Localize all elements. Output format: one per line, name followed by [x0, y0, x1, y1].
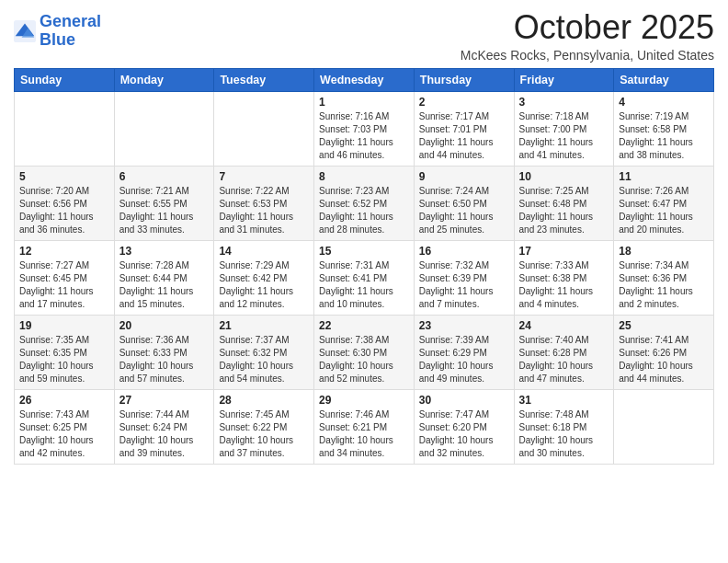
calendar-cell	[614, 389, 714, 464]
day-info: Sunrise: 7:44 AM Sunset: 6:24 PM Dayligh…	[119, 408, 210, 460]
day-info: Sunrise: 7:25 AM Sunset: 6:48 PM Dayligh…	[519, 185, 609, 236]
location: McKees Rocks, Pennsylvania, United State…	[461, 48, 714, 63]
calendar-cell	[114, 91, 214, 166]
header-sunday: Sunday	[15, 68, 115, 91]
day-number: 8	[319, 170, 409, 183]
calendar-header-row: SundayMondayTuesdayWednesdayThursdayFrid…	[15, 68, 714, 91]
title-block: October 2025 McKees Rocks, Pennsylvania,…	[461, 9, 714, 63]
calendar-cell: 16Sunrise: 7:32 AM Sunset: 6:39 PM Dayli…	[414, 240, 514, 315]
calendar-cell: 25Sunrise: 7:41 AM Sunset: 6:26 PM Dayli…	[614, 315, 714, 389]
calendar-cell: 11Sunrise: 7:26 AM Sunset: 6:47 PM Dayli…	[614, 166, 714, 240]
day-number: 21	[219, 319, 309, 332]
day-info: Sunrise: 7:43 AM Sunset: 6:25 PM Dayligh…	[19, 408, 109, 460]
day-info: Sunrise: 7:48 AM Sunset: 6:18 PM Dayligh…	[519, 408, 609, 460]
calendar-cell: 21Sunrise: 7:37 AM Sunset: 6:32 PM Dayli…	[214, 315, 314, 389]
calendar-cell: 17Sunrise: 7:33 AM Sunset: 6:38 PM Dayli…	[514, 240, 614, 315]
day-info: Sunrise: 7:24 AM Sunset: 6:50 PM Dayligh…	[419, 185, 509, 236]
day-info: Sunrise: 7:32 AM Sunset: 6:39 PM Dayligh…	[419, 259, 509, 311]
day-number: 4	[619, 96, 709, 109]
day-number: 22	[319, 319, 409, 332]
day-number: 3	[519, 96, 609, 109]
day-number: 25	[619, 319, 709, 332]
calendar-cell: 24Sunrise: 7:40 AM Sunset: 6:28 PM Dayli…	[514, 315, 614, 389]
day-number: 2	[419, 96, 509, 109]
calendar-cell: 30Sunrise: 7:47 AM Sunset: 6:20 PM Dayli…	[414, 389, 514, 464]
calendar-cell: 19Sunrise: 7:35 AM Sunset: 6:35 PM Dayli…	[15, 315, 115, 389]
day-number: 31	[519, 394, 609, 407]
calendar-cell: 18Sunrise: 7:34 AM Sunset: 6:36 PM Dayli…	[614, 240, 714, 315]
calendar-cell: 20Sunrise: 7:36 AM Sunset: 6:33 PM Dayli…	[114, 315, 214, 389]
calendar-cell: 3Sunrise: 7:18 AM Sunset: 7:00 PM Daylig…	[514, 91, 614, 166]
day-number: 13	[119, 245, 210, 258]
day-info: Sunrise: 7:19 AM Sunset: 6:58 PM Dayligh…	[619, 110, 709, 162]
day-info: Sunrise: 7:29 AM Sunset: 6:42 PM Dayligh…	[219, 259, 309, 311]
day-info: Sunrise: 7:23 AM Sunset: 6:52 PM Dayligh…	[319, 185, 409, 236]
day-info: Sunrise: 7:41 AM Sunset: 6:26 PM Dayligh…	[619, 334, 709, 385]
day-info: Sunrise: 7:35 AM Sunset: 6:35 PM Dayligh…	[19, 334, 109, 385]
day-info: Sunrise: 7:45 AM Sunset: 6:22 PM Dayligh…	[219, 408, 309, 460]
calendar-cell: 6Sunrise: 7:21 AM Sunset: 6:55 PM Daylig…	[114, 166, 214, 240]
day-info: Sunrise: 7:21 AM Sunset: 6:55 PM Dayligh…	[119, 185, 210, 236]
day-info: Sunrise: 7:39 AM Sunset: 6:29 PM Dayligh…	[419, 334, 509, 385]
calendar-cell: 27Sunrise: 7:44 AM Sunset: 6:24 PM Dayli…	[114, 389, 214, 464]
calendar-cell	[214, 91, 314, 166]
page: General Blue October 2025 McKees Rocks, …	[0, 0, 728, 478]
day-info: Sunrise: 7:34 AM Sunset: 6:36 PM Dayligh…	[619, 259, 709, 311]
calendar-cell: 26Sunrise: 7:43 AM Sunset: 6:25 PM Dayli…	[15, 389, 115, 464]
day-info: Sunrise: 7:17 AM Sunset: 7:01 PM Dayligh…	[419, 110, 509, 162]
day-number: 30	[419, 394, 509, 407]
calendar: SundayMondayTuesdayWednesdayThursdayFrid…	[14, 68, 714, 465]
day-number: 18	[619, 245, 709, 258]
calendar-cell: 4Sunrise: 7:19 AM Sunset: 6:58 PM Daylig…	[614, 91, 714, 166]
day-number: 28	[219, 394, 309, 407]
day-number: 20	[119, 319, 210, 332]
calendar-cell: 5Sunrise: 7:20 AM Sunset: 6:56 PM Daylig…	[15, 166, 115, 240]
calendar-cell	[15, 91, 115, 166]
day-info: Sunrise: 7:26 AM Sunset: 6:47 PM Dayligh…	[619, 185, 709, 236]
calendar-cell: 31Sunrise: 7:48 AM Sunset: 6:18 PM Dayli…	[514, 389, 614, 464]
day-number: 27	[119, 394, 210, 407]
day-info: Sunrise: 7:38 AM Sunset: 6:30 PM Dayligh…	[319, 334, 409, 385]
day-info: Sunrise: 7:28 AM Sunset: 6:44 PM Dayligh…	[119, 259, 210, 311]
week-row-1: 1Sunrise: 7:16 AM Sunset: 7:03 PM Daylig…	[15, 91, 714, 166]
day-number: 9	[419, 170, 509, 183]
day-number: 7	[219, 170, 309, 183]
calendar-cell: 13Sunrise: 7:28 AM Sunset: 6:44 PM Dayli…	[114, 240, 214, 315]
week-row-4: 19Sunrise: 7:35 AM Sunset: 6:35 PM Dayli…	[15, 315, 714, 389]
logo: General Blue	[14, 13, 101, 50]
week-row-2: 5Sunrise: 7:20 AM Sunset: 6:56 PM Daylig…	[15, 166, 714, 240]
header-saturday: Saturday	[614, 68, 714, 91]
calendar-cell: 23Sunrise: 7:39 AM Sunset: 6:29 PM Dayli…	[414, 315, 514, 389]
day-info: Sunrise: 7:16 AM Sunset: 7:03 PM Dayligh…	[319, 110, 409, 162]
calendar-cell: 10Sunrise: 7:25 AM Sunset: 6:48 PM Dayli…	[514, 166, 614, 240]
day-info: Sunrise: 7:20 AM Sunset: 6:56 PM Dayligh…	[19, 185, 109, 236]
day-number: 26	[19, 394, 109, 407]
calendar-cell: 22Sunrise: 7:38 AM Sunset: 6:30 PM Dayli…	[314, 315, 415, 389]
day-number: 23	[419, 319, 509, 332]
day-number: 1	[319, 96, 409, 109]
calendar-cell: 7Sunrise: 7:22 AM Sunset: 6:53 PM Daylig…	[214, 166, 314, 240]
day-number: 17	[519, 245, 609, 258]
day-number: 29	[319, 394, 409, 407]
day-number: 14	[219, 245, 309, 258]
day-info: Sunrise: 7:18 AM Sunset: 7:00 PM Dayligh…	[519, 110, 609, 162]
calendar-cell: 15Sunrise: 7:31 AM Sunset: 6:41 PM Dayli…	[314, 240, 415, 315]
calendar-cell: 2Sunrise: 7:17 AM Sunset: 7:01 PM Daylig…	[414, 91, 514, 166]
day-number: 15	[319, 245, 409, 258]
logo-icon	[14, 20, 36, 42]
month-title: October 2025	[461, 9, 714, 46]
header-thursday: Thursday	[414, 68, 514, 91]
day-number: 6	[119, 170, 210, 183]
day-number: 16	[419, 245, 509, 258]
header-wednesday: Wednesday	[314, 68, 415, 91]
calendar-cell: 12Sunrise: 7:27 AM Sunset: 6:45 PM Dayli…	[15, 240, 115, 315]
day-number: 12	[19, 245, 109, 258]
calendar-cell: 28Sunrise: 7:45 AM Sunset: 6:22 PM Dayli…	[214, 389, 314, 464]
day-number: 11	[619, 170, 709, 183]
day-info: Sunrise: 7:31 AM Sunset: 6:41 PM Dayligh…	[319, 259, 409, 311]
calendar-cell: 29Sunrise: 7:46 AM Sunset: 6:21 PM Dayli…	[314, 389, 415, 464]
day-info: Sunrise: 7:40 AM Sunset: 6:28 PM Dayligh…	[519, 334, 609, 385]
header-tuesday: Tuesday	[214, 68, 314, 91]
calendar-cell: 8Sunrise: 7:23 AM Sunset: 6:52 PM Daylig…	[314, 166, 415, 240]
day-info: Sunrise: 7:47 AM Sunset: 6:20 PM Dayligh…	[419, 408, 509, 460]
